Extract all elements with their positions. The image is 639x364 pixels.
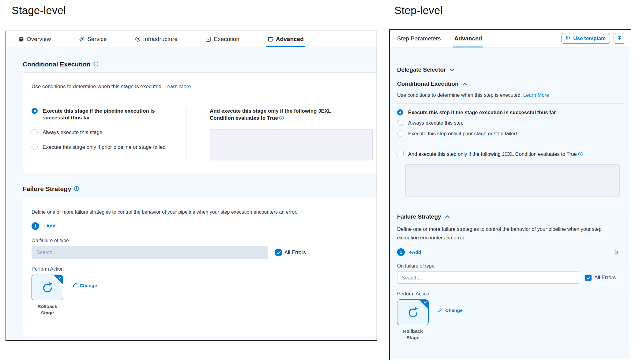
description-text: Use conditions to determine when this st… — [397, 92, 522, 98]
change-action-link[interactable]: Change — [438, 307, 463, 313]
chevron-up-icon — [445, 215, 449, 218]
step-advanced-panel: Step Parameters Advanced Use template De… — [389, 29, 631, 360]
radio-always-execute[interactable]: Always execute this stage — [32, 129, 186, 136]
info-icon[interactable] — [279, 116, 284, 122]
failure-strategy-description: Define one or more failure strategies to… — [397, 225, 623, 242]
tab-label: Step Parameters — [397, 35, 441, 42]
radio-execute-if-failed[interactable]: Execute this step only if prior stage or… — [397, 130, 623, 137]
divider — [397, 143, 623, 143]
delete-strategy-icon[interactable] — [614, 250, 618, 255]
upload-icon — [617, 36, 622, 42]
change-label: Change — [80, 283, 97, 288]
use-template-button[interactable]: Use template — [562, 33, 610, 44]
all-errors-label: All Errors — [284, 250, 306, 256]
delegate-selector-heading[interactable]: Delegate Selector — [397, 66, 623, 73]
all-errors-checkbox[interactable] — [275, 249, 282, 256]
radio-execute-if-successful[interactable]: Execute this stage if the pipeline execu… — [32, 108, 186, 121]
all-errors-label: All Errors — [594, 275, 616, 281]
failure-strategy-card: Define one or more failure strategies to… — [23, 197, 377, 336]
jexl-column: And execute this stage only if the follo… — [186, 108, 373, 160]
perform-action-label: Perform Action — [32, 266, 373, 272]
failure-type-row: All Errors — [32, 246, 373, 259]
strategy-number-badge[interactable]: 1 — [397, 248, 405, 256]
tab-label: Execution — [214, 36, 239, 43]
tab-service[interactable]: Service — [79, 31, 107, 47]
radio-always-execute[interactable]: Always execute this step — [397, 120, 623, 126]
radio-label: Execute this stage only if prior pipelin… — [43, 144, 166, 151]
selected-action-block: Rollback Stage — [397, 299, 429, 341]
tab-execution[interactable]: Execution — [205, 31, 239, 47]
radio-group: Execute this stage if the pipeline execu… — [32, 108, 186, 160]
perform-action-label: Perform Action — [397, 291, 623, 297]
tab-label: Overview — [27, 36, 51, 43]
infrastructure-icon — [135, 36, 141, 42]
failure-type-search-input[interactable] — [397, 272, 580, 284]
heading-text: Failure Strategy — [23, 185, 71, 193]
change-action-link[interactable]: Change — [72, 283, 97, 289]
add-strategy-button[interactable]: +Add — [409, 250, 421, 255]
tab-step-parameters[interactable]: Step Parameters — [397, 30, 441, 47]
conditional-execution-heading: Conditional Execution — [23, 61, 377, 68]
jexl-checkbox-label: And execute this stage only if the follo… — [210, 108, 341, 122]
pencil-icon — [72, 283, 77, 289]
stage-advanced-content: Conditional Execution Use conditions to … — [6, 47, 377, 340]
radio-label: Always execute this step — [408, 120, 464, 126]
jexl-condition-checkbox-row[interactable]: And execute this step only if the follow… — [397, 151, 623, 158]
info-icon[interactable] — [578, 152, 583, 157]
failure-strategy-heading[interactable]: Failure Strategy — [397, 213, 623, 220]
jexl-label-text: And execute this step only if the follow… — [408, 151, 577, 157]
conditional-execution-card: Use conditions to determine when this st… — [23, 72, 377, 173]
jexl-condition-input[interactable] — [210, 129, 373, 160]
tab-advanced[interactable]: Advanced — [454, 30, 482, 47]
rollback-stage-tile[interactable] — [32, 275, 63, 300]
failure-strategy-heading: Failure Strategy — [23, 185, 377, 193]
tab-label: Service — [87, 36, 107, 43]
learn-more-link[interactable]: Learn More — [523, 92, 549, 98]
step-tabbar: Step Parameters Advanced Use template — [390, 30, 631, 47]
radio-label: Execute this step only if prior stage or… — [408, 130, 517, 137]
overview-icon — [18, 36, 24, 42]
failure-type-search-input[interactable] — [32, 246, 268, 259]
chevron-up-icon — [463, 83, 467, 85]
selected-action-block: Rollback Stage — [32, 275, 63, 316]
info-icon[interactable] — [74, 185, 79, 193]
conditional-execution-description: Use conditions to determine when this st… — [32, 84, 373, 90]
check-icon — [424, 301, 427, 304]
jexl-condition-checkbox-row[interactable]: And execute this stage only if the follo… — [199, 108, 373, 122]
upload-button[interactable] — [614, 33, 625, 44]
rollback-stage-tile[interactable] — [397, 299, 429, 325]
conditional-execution-heading[interactable]: Conditional Execution — [397, 81, 623, 87]
add-strategy-button[interactable]: +Add — [43, 223, 55, 229]
strategy-number-badge[interactable]: 1 — [32, 222, 39, 230]
execution-icon — [205, 36, 211, 42]
tab-advanced[interactable]: Advanced — [268, 31, 304, 47]
rollback-icon — [406, 305, 420, 319]
tab-overview[interactable]: Overview — [18, 31, 51, 47]
tab-label: Advanced — [276, 36, 304, 43]
info-icon[interactable] — [93, 61, 98, 68]
failure-type-row: All Errors — [397, 272, 623, 284]
checkbox-icon — [199, 108, 205, 114]
step-level-title: Step-level — [394, 4, 443, 17]
all-errors-checkbox[interactable] — [585, 275, 592, 281]
chevron-down-icon — [450, 69, 454, 71]
radio-execute-if-successful[interactable]: Execute this step if the stage execution… — [397, 109, 623, 116]
learn-more-link[interactable]: Learn More — [164, 84, 191, 89]
failure-strategy-description: Define one or more failure strategies to… — [32, 209, 373, 215]
radio-label: Execute this step if the stage execution… — [408, 109, 556, 116]
gear-icon — [79, 36, 85, 42]
conditional-execution-description: Use conditions to determine when this st… — [397, 92, 623, 98]
divider — [32, 97, 373, 97]
check-icon — [58, 276, 62, 280]
tab-infrastructure[interactable]: Infrastructure — [135, 31, 178, 47]
heading-text: Failure Strategy — [397, 213, 441, 220]
radio-execute-if-failed[interactable]: Execute this stage only if prior pipelin… — [32, 144, 186, 151]
stage-advanced-panel: Overview Service Infrastructure Executio… — [6, 31, 377, 341]
heading-text: Conditional Execution — [397, 81, 459, 87]
radio-button-icon — [32, 129, 38, 135]
checkbox-icon — [397, 151, 404, 157]
strategy-badge-row: 1 +Add — [397, 248, 623, 256]
on-failure-of-type-label: On failure of type — [397, 263, 623, 269]
jexl-condition-input[interactable] — [405, 164, 620, 197]
stage-level-title: Stage-level — [12, 4, 66, 17]
